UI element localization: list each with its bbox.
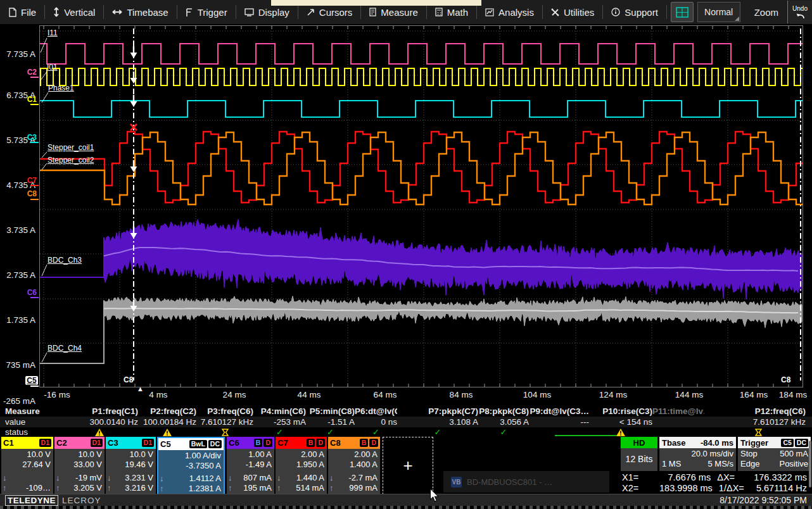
trigger-source-badge: C5 [781, 439, 793, 447]
channel-box-c2[interactable]: C2D1 10.0 V33.00 V ↓-19 mV ↑3.205 V [54, 437, 105, 494]
measure-col-p3[interactable]: P3:freq(C6) [196, 406, 253, 417]
channel-badge: B [307, 439, 315, 447]
measure-col-p9[interactable]: P9:dt@lv(C3… [529, 406, 589, 417]
zoom-label[interactable]: Zoom [754, 7, 778, 18]
channel-tick-c6 [30, 297, 39, 298]
min-arrow-icon: ↓ [107, 473, 115, 483]
measure-value-p10: < 154 ns [589, 417, 652, 427]
x1-value: 7.6676 ms [648, 472, 711, 483]
trigger-box[interactable]: TriggerC5DC Stop500 mA EdgePositive [738, 437, 811, 471]
measure-col-p10[interactable]: P10:rise(C3) [589, 406, 652, 417]
channel-box-c1[interactable]: C1D1 10.0 V27.64 V ↓ ↑-109… [1, 437, 53, 494]
grid-mode-button[interactable] [671, 2, 694, 22]
waveform-grid[interactable]: I11 I01 Phase1 Stepper_coil1 Stepper_coi… [39, 25, 803, 387]
menu-vertical[interactable]: Vertical [45, 3, 103, 22]
measure-col-p11[interactable]: P11:time@lv… [652, 406, 704, 417]
dx-value: 176.3322 ms [754, 472, 807, 483]
measure-value-p8: 3.056 A [478, 417, 529, 427]
menu-cursors-label: Cursors [319, 7, 353, 18]
menu-timebase[interactable]: Timebase [104, 3, 176, 22]
utilities-icon [551, 8, 559, 16]
undo-label: Undo [792, 5, 808, 12]
hd-bits: 12 Bits [626, 454, 653, 464]
channel-tag-c5[interactable]: C5 [25, 376, 38, 385]
menu-file[interactable]: File [0, 3, 44, 22]
acquisition-hd-box[interactable]: HD 12 Bits [621, 437, 657, 471]
channel-id: C8 [330, 438, 341, 448]
trigger-slope: Positive [779, 459, 808, 469]
timebase-box[interactable]: Tbase-84.0 ms 20.0 ms/div 1 MS5 MS/s [659, 437, 736, 471]
menu-vertical-label: Vertical [64, 7, 95, 18]
channel-box-c7[interactable]: C7BD 2.00 A1.950 A ↓1.440 A ↑514 mA [276, 437, 327, 494]
measure-col-p1[interactable]: P1:freq(C1) [60, 406, 138, 417]
channel-box-c8[interactable]: C8BD 2.00 A1.400 A ↓-2.7 mA ↑999 mA [328, 437, 380, 494]
cursor-x2-source-tag[interactable]: C8 [781, 375, 790, 384]
menu-support[interactable]: Support [603, 3, 666, 22]
channel-box-c6[interactable]: C6BD 1.00 A-1.49 A ↓807 mA ↑195 mA [227, 437, 274, 494]
channel-min [10, 473, 51, 483]
channel-scale: 10.0 V [56, 449, 102, 460]
measure-col-p7[interactable]: P7:pkpk(C7) [397, 406, 478, 417]
y-tick: 1.735 A [0, 315, 35, 325]
channel-tag-c6[interactable]: C6 [19, 288, 37, 297]
measure-col-p5[interactable]: P5:min(C8) [306, 406, 355, 417]
measure-col-p12[interactable]: P12:freq(C6) [704, 406, 812, 417]
cursor-x1-source-tag[interactable]: C8 [124, 375, 133, 384]
menu-analysis[interactable]: Analysis [477, 3, 542, 22]
tbase-scale: 20.0 ms/div [692, 449, 733, 459]
channel-box-c5[interactable]: C5BwLDC 1.00 A/div-3.7350 A ↓1.4112 A ↑1… [157, 437, 225, 494]
trace-label-leader-lines [40, 26, 802, 387]
channel-tag-c1[interactable]: C1 [19, 95, 37, 104]
min-arrow-icon: ↓ [3, 473, 10, 483]
brand-lecroy: LECROY [62, 496, 101, 505]
measure-col-p8[interactable]: P8:pkpk(C8) [478, 406, 529, 417]
channel-offset: 33.00 V [56, 460, 102, 470]
datetime: 8/17/2022 9:52:05 PM [720, 495, 807, 505]
timebase-icon [112, 9, 122, 15]
channel-offset: 1.950 A [277, 460, 324, 470]
channel-id: C7 [277, 438, 288, 448]
trace-label-i01: I01 [47, 63, 58, 72]
channel-badge: B [254, 439, 263, 447]
trace-label-bdc-ch4: BDC_Ch4 [48, 344, 82, 353]
channel-scale: 10.0 V [3, 449, 51, 460]
menu-trigger-label: Trigger [198, 7, 227, 18]
channel-scale: 1.00 A [228, 449, 272, 460]
channel-tag-c7[interactable]: C7 [19, 176, 37, 185]
measure-value-p2: 100.00184 Hz [138, 417, 196, 427]
channel-badge: DC [208, 440, 222, 448]
status-ok-icon: ✓ [306, 427, 355, 437]
menu-separator [666, 5, 667, 19]
x2-value: 183.9998 ms [649, 483, 713, 494]
x-tick: 64 ms [374, 390, 397, 399]
measure-col-p2[interactable]: P2:freq(C2) [138, 406, 196, 417]
max-arrow-icon: ↑ [329, 483, 337, 493]
channel-tag-c3[interactable]: C3 [19, 133, 37, 142]
menu-utilities-label: Utilities [564, 7, 594, 18]
trace-label-i11: I11 [48, 29, 58, 37]
x-tick: 84 ms [450, 390, 473, 399]
undo-button[interactable]: Undo [787, 1, 812, 23]
hidden-panel-edge [555, 435, 617, 436]
add-trace-button[interactable]: + [383, 437, 433, 494]
panel-scrollbar[interactable] [809, 441, 811, 487]
channel-scale: 1.00 A/div [160, 451, 221, 461]
x-tick: 124 ms [599, 390, 627, 399]
channel-max: 195 mA [236, 483, 272, 493]
menu-trigger[interactable]: Trigger [177, 3, 236, 22]
channel-badge: BwL [189, 440, 207, 448]
menu-utilities[interactable]: Utilities [543, 3, 602, 22]
measure-col-p6[interactable]: P6:dt@lv(C7… [355, 406, 397, 417]
undo-arrow-icon [794, 12, 806, 20]
tbase-title: Tbase [662, 438, 686, 448]
display-mode-dropdown[interactable]: Normal [697, 2, 740, 22]
channel-tag-c2[interactable]: C2 [19, 68, 37, 77]
channel-tag-c8[interactable]: C8 [19, 189, 37, 198]
channel-box-c3[interactable]: C3D1 10.0 V19.46 V ↓3.231 V ↑3.216 V [106, 437, 156, 494]
trace-label-phase1: Phase1 [48, 84, 74, 92]
max-arrow-icon: ↑ [277, 483, 284, 493]
hd-label: HD [633, 438, 645, 448]
x-tick: 4 ms [149, 390, 167, 399]
measure-col-p4[interactable]: P4:min(C6) [253, 406, 306, 417]
descriptor-panel: C1D1 10.0 V27.64 V ↓ ↑-109… C2D1 10.0 V3… [0, 437, 812, 494]
